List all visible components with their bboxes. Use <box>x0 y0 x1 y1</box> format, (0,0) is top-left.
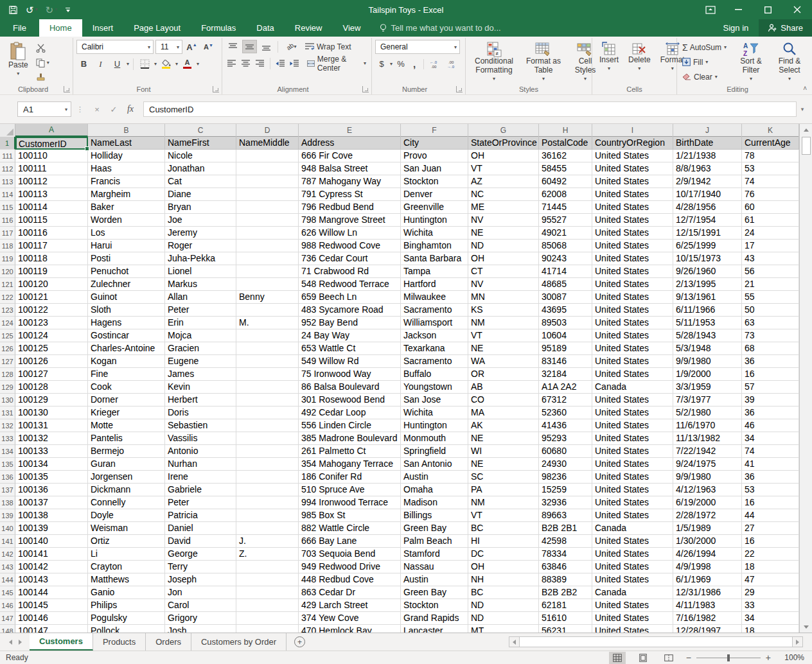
cell[interactable]: 12/15/1991 <box>673 227 742 240</box>
redo-button[interactable]: ↻▾ <box>42 1 61 18</box>
cell[interactable]: Kogan <box>88 355 165 368</box>
cell[interactable] <box>236 509 299 522</box>
cell[interactable] <box>236 522 299 535</box>
cell[interactable]: Austin <box>401 471 468 484</box>
sheet-tab-customers-by-order[interactable]: Customers by Order <box>191 633 287 651</box>
cell[interactable]: ME <box>468 201 539 214</box>
cell[interactable]: CO <box>468 394 539 406</box>
cell[interactable]: Ganio <box>88 586 165 599</box>
cell[interactable]: United States <box>592 265 673 278</box>
row-header-140[interactable]: 140 <box>0 522 15 535</box>
cell[interactable]: Canada <box>592 381 673 394</box>
comma-style-icon[interactable]: , <box>409 57 419 71</box>
cell[interactable]: B2B 2B2 <box>539 586 592 599</box>
cell[interactable]: BC <box>468 522 539 535</box>
font-size-select[interactable]: 11▾ <box>155 40 182 54</box>
cell[interactable]: 56 <box>742 265 799 278</box>
cell[interactable]: 33 <box>742 599 799 612</box>
cell[interactable]: 882 Wattle Circle <box>299 522 401 535</box>
cell[interactable]: OH <box>468 252 539 265</box>
cell[interactable]: Nurhan <box>165 458 236 471</box>
cell[interactable]: 44 <box>742 509 799 522</box>
cell[interactable]: B2B 2B1 <box>539 522 592 535</box>
cell[interactable]: Canada <box>592 586 673 599</box>
cell[interactable]: Harui <box>88 240 165 252</box>
cell[interactable]: 100115 <box>15 214 88 227</box>
cell[interactable]: 57 <box>742 381 799 394</box>
cell[interactable]: 1/5/1989 <box>673 522 742 535</box>
cell[interactable] <box>236 278 299 291</box>
cell[interactable]: 60 <box>742 201 799 214</box>
cell[interactable]: Holliday <box>88 150 165 162</box>
cell[interactable]: 3/3/1959 <box>673 381 742 394</box>
cell[interactable]: 100125 <box>15 342 88 355</box>
save-icon[interactable] <box>5 1 21 18</box>
cell[interactable] <box>236 496 299 509</box>
cell[interactable]: 49021 <box>539 227 592 240</box>
new-sheet-button[interactable]: + <box>287 633 313 651</box>
cell[interactable]: Nassau <box>401 561 468 573</box>
cell[interactable]: M. <box>236 317 299 329</box>
cell[interactable]: Huntington <box>401 214 468 227</box>
cell[interactable]: United States <box>592 509 673 522</box>
cell[interactable]: Youngstown <box>401 381 468 394</box>
cell[interactable]: WI <box>468 445 539 458</box>
cell[interactable] <box>236 342 299 355</box>
cell[interactable]: Zulechner <box>88 278 165 291</box>
cell[interactable]: 56231 <box>539 625 592 633</box>
cell[interactable]: Matthews <box>88 573 165 586</box>
cell[interactable]: United States <box>592 291 673 304</box>
cut-button[interactable] <box>34 41 51 55</box>
cell[interactable]: Hagens <box>88 317 165 329</box>
cell[interactable]: MA <box>468 406 539 419</box>
ribbon-display-options-icon[interactable] <box>698 0 723 19</box>
cell[interactable]: 5/28/1943 <box>673 329 742 342</box>
cell[interactable]: 100113 <box>15 188 88 201</box>
cell[interactable]: 100123 <box>15 317 88 329</box>
cell[interactable]: 100135 <box>15 471 88 484</box>
cell[interactable]: 100129 <box>15 394 88 406</box>
cell[interactable]: Williamsport <box>401 317 468 329</box>
undo-button[interactable]: ↺▾ <box>22 1 41 18</box>
cell[interactable]: NM <box>468 496 539 509</box>
cell[interactable]: Connelly <box>88 496 165 509</box>
cell[interactable]: 46 <box>742 419 799 432</box>
cell[interactable]: 95293 <box>539 432 592 445</box>
decrease-font-size-icon[interactable]: A▼ <box>201 40 216 54</box>
cell[interactable]: 261 Palmetto Ct <box>299 445 401 458</box>
cell[interactable]: 100133 <box>15 445 88 458</box>
scroll-up-icon[interactable] <box>800 124 812 135</box>
cell[interactable]: 6/25/1999 <box>673 240 742 252</box>
cell[interactable]: 100116 <box>15 227 88 240</box>
cell[interactable]: 53 <box>742 484 799 496</box>
row-header-146[interactable]: 146 <box>0 599 15 612</box>
cell[interactable]: ND <box>468 612 539 625</box>
cell[interactable]: United States <box>592 355 673 368</box>
zoom-slider-thumb[interactable] <box>727 654 730 661</box>
cell[interactable]: 796 Redbud Bend <box>299 201 401 214</box>
cell[interactable]: NameMiddle <box>236 137 299 150</box>
cell[interactable]: 78334 <box>539 548 592 561</box>
cell[interactable]: NM <box>468 317 539 329</box>
row-header-115[interactable]: 115 <box>0 201 15 214</box>
autosum-button[interactable]: ΣAutoSum▾ <box>680 40 728 54</box>
cell[interactable]: AK <box>468 419 539 432</box>
cell[interactable]: 374 Yew Cove <box>299 612 401 625</box>
cell[interactable]: 100144 <box>15 586 88 599</box>
cell[interactable]: Doyle <box>88 509 165 522</box>
cell[interactable]: United States <box>592 278 673 291</box>
cell[interactable]: 36 <box>742 355 799 368</box>
cell[interactable]: Crayton <box>88 561 165 573</box>
cell[interactable]: OH <box>468 561 539 573</box>
font-color-icon[interactable]: A <box>180 57 195 71</box>
cell[interactable]: Grand Rapids <box>401 612 468 625</box>
cell[interactable]: Jorgensen <box>88 471 165 484</box>
font-name-select[interactable]: Calibri▾ <box>76 40 154 54</box>
cell[interactable]: NameLast <box>88 137 165 150</box>
cell[interactable]: 41436 <box>539 419 592 432</box>
cell[interactable] <box>236 214 299 227</box>
cell[interactable]: United States <box>592 317 673 329</box>
cell[interactable]: WA <box>468 355 539 368</box>
percent-style-icon[interactable]: % <box>394 57 407 71</box>
row-header-147[interactable]: 147 <box>0 612 15 625</box>
